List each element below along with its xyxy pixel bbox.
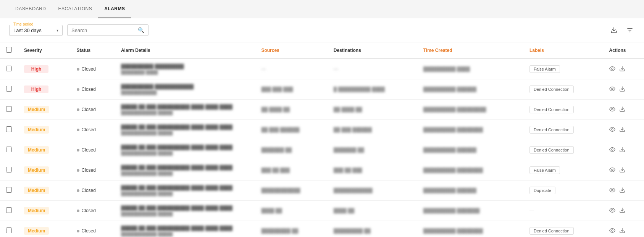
download-row-icon[interactable] — [619, 187, 625, 194]
nav-item-alarms[interactable]: ALARMS — [98, 0, 131, 18]
table-row: MediumClosed█████ ██ ███ ██████████ ████… — [0, 140, 644, 160]
row-destinations: ██ ███ ██████ — [328, 120, 417, 140]
download-row-icon[interactable] — [619, 227, 625, 235]
header-destinations: Destinations — [328, 42, 417, 59]
row-sources: █████████ ██ — [255, 221, 327, 237]
select-all-checkbox[interactable] — [6, 47, 12, 53]
alarm-subtitle: ████████████ █████ — [121, 211, 249, 216]
row-checkbox[interactable] — [6, 106, 12, 112]
search-input[interactable] — [71, 27, 136, 33]
row-checkbox[interactable] — [6, 187, 12, 193]
row-sources: ███ ██ ███ — [255, 160, 327, 181]
table-row: MediumClosed█████ ██ ███ ██████████ ████… — [0, 181, 644, 201]
row-severity: Medium — [18, 181, 71, 201]
view-icon[interactable] — [609, 227, 615, 235]
alarm-title: ██████████ ████████████ — [121, 84, 249, 89]
download-row-icon[interactable] — [619, 86, 625, 93]
row-checkbox[interactable] — [6, 147, 12, 152]
row-destinations: ████ ██ — [328, 201, 417, 221]
header-status: Status — [71, 42, 115, 59]
status-cell: Closed — [77, 228, 109, 234]
svg-point-12 — [612, 149, 613, 150]
download-row-icon[interactable] — [619, 66, 625, 73]
svg-point-8 — [612, 108, 613, 110]
download-row-icon[interactable] — [619, 167, 625, 174]
action-icons — [609, 66, 638, 73]
view-icon[interactable] — [609, 207, 615, 214]
download-row-icon[interactable] — [619, 106, 625, 113]
status-dot-icon — [77, 129, 79, 131]
row-checkbox[interactable] — [6, 167, 12, 173]
row-checkbox-cell — [0, 181, 18, 201]
row-severity: High — [18, 79, 71, 100]
alarms-table: Severity Status Alarm Details Sources De… — [0, 42, 644, 237]
view-icon[interactable] — [609, 147, 615, 154]
search-box[interactable]: 🔍 — [67, 24, 148, 36]
row-checkbox[interactable] — [6, 66, 12, 71]
header-time-created[interactable]: Time Created — [417, 42, 523, 59]
view-icon[interactable] — [609, 187, 615, 194]
severity-badge: High — [24, 65, 48, 73]
download-row-icon[interactable] — [619, 126, 625, 134]
status-dot-icon — [77, 189, 79, 192]
filter-button[interactable] — [625, 25, 635, 35]
view-icon[interactable] — [609, 86, 615, 93]
row-severity: Medium — [18, 100, 71, 120]
status-cell: Closed — [77, 147, 109, 153]
view-icon[interactable] — [609, 106, 615, 113]
row-time-created: ██████████ █████████ — [417, 100, 523, 120]
download-button[interactable] — [609, 25, 619, 35]
row-checkbox[interactable] — [6, 207, 12, 213]
status-cell: Closed — [77, 168, 109, 173]
severity-badge: Medium — [24, 126, 49, 134]
svg-point-4 — [612, 68, 613, 69]
alarm-subtitle: ████████████ █████ — [121, 232, 249, 236]
action-icons — [609, 86, 638, 93]
row-labels: Denied Connection — [523, 79, 603, 100]
status-cell: Closed — [77, 208, 109, 213]
table-row: MediumClosed█████ ██ ███ ██████████ ████… — [0, 221, 644, 237]
row-time-created: ██████████ ███████ — [417, 201, 523, 221]
row-checkbox[interactable] — [6, 86, 12, 92]
label-badge: Denied Connection — [529, 106, 574, 113]
view-icon[interactable] — [609, 66, 615, 73]
row-actions — [603, 79, 644, 100]
row-status: Closed — [71, 181, 115, 201]
row-actions — [603, 221, 644, 237]
row-labels: Denied Connection — [523, 221, 603, 237]
header-sources[interactable]: Sources — [255, 42, 327, 59]
download-row-icon[interactable] — [619, 147, 625, 154]
alarm-subtitle: ████████████ █████ — [121, 171, 249, 176]
row-alarm-details: █████ ██ ███ ██████████ ████ ████ ██████… — [115, 201, 255, 221]
toolbar-left: Time period Last 30 days ▾ 🔍 — [9, 24, 148, 36]
view-icon[interactable] — [609, 126, 615, 134]
status-cell: Closed — [77, 87, 109, 92]
row-alarm-details: █████ ██ ███ ██████████ ████ ████ ██████… — [115, 160, 255, 181]
toolbar: Time period Last 30 days ▾ 🔍 — [0, 18, 644, 42]
download-row-icon[interactable] — [619, 207, 625, 214]
time-period-dropdown[interactable]: Time period Last 30 days ▾ — [9, 25, 63, 36]
nav-item-escalations[interactable]: ESCALATIONS — [52, 0, 98, 18]
alarm-subtitle: ████████████ █████ — [121, 110, 249, 115]
download-icon — [610, 27, 617, 34]
header-actions: Actions — [603, 42, 644, 59]
row-sources: ████ ██ — [255, 201, 327, 221]
alarm-subtitle: ████████████ — [121, 90, 249, 95]
svg-point-16 — [612, 189, 613, 191]
label-badge: Denied Connection — [529, 146, 574, 154]
label-badge: Duplicate — [529, 187, 555, 194]
status-cell: Closed — [77, 107, 109, 112]
row-alarm-details: █████ ██ ███ ██████████ ████ ████ ██████… — [115, 140, 255, 160]
label-badge: Denied Connection — [529, 227, 574, 235]
svg-point-20 — [612, 230, 613, 231]
row-checkbox[interactable] — [6, 126, 12, 132]
time-period-select[interactable]: Last 30 days ▾ — [13, 27, 58, 33]
row-sources: ██ ███ ██████ — [255, 120, 327, 140]
action-icons — [609, 227, 638, 235]
row-checkbox[interactable] — [6, 227, 12, 233]
header-labels[interactable]: Labels — [523, 42, 603, 59]
row-severity: High — [18, 59, 71, 79]
filter-icon — [626, 27, 633, 34]
view-icon[interactable] — [609, 167, 615, 174]
nav-item-dashboard[interactable]: DASHBOARD — [9, 0, 52, 18]
